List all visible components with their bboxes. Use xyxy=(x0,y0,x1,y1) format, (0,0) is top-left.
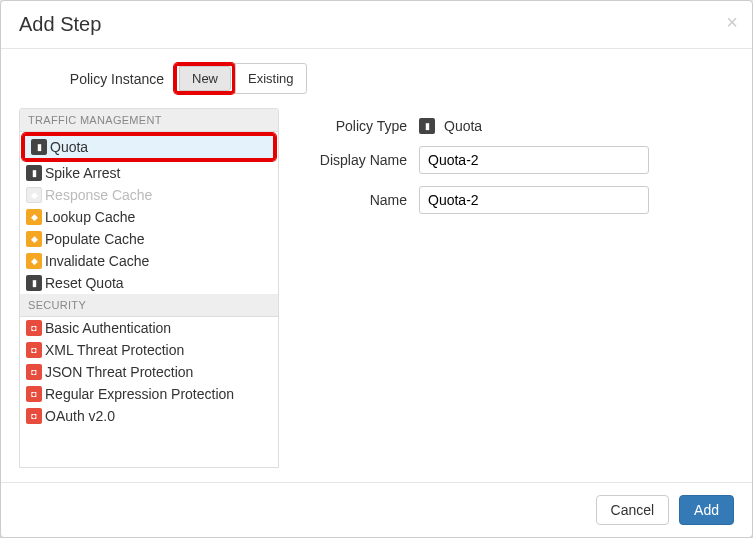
shield-icon: ◘ xyxy=(26,386,42,402)
policy-item-label: Quota xyxy=(50,139,88,155)
policy-item-label: Spike Arrest xyxy=(45,165,120,181)
cache-icon: ◆ xyxy=(26,209,42,225)
display-name-label: Display Name xyxy=(299,152,419,168)
policy-item-label: XML Threat Protection xyxy=(45,342,184,358)
display-name-input[interactable] xyxy=(419,146,649,174)
policy-item-label: Regular Expression Protection xyxy=(45,386,234,402)
policy-item-label: Invalidate Cache xyxy=(45,253,149,269)
category-security: SECURITY xyxy=(20,294,278,317)
policy-item-spike-arrest[interactable]: ▮Spike Arrest xyxy=(20,162,278,184)
shield-icon: ◘ xyxy=(26,342,42,358)
modal-header: Add Step × xyxy=(1,1,752,49)
category-traffic: TRAFFIC MANAGEMENT xyxy=(20,109,278,132)
policy-item-label: Reset Quota xyxy=(45,275,124,291)
name-row: Name xyxy=(299,186,714,214)
modal-body: Policy Instance New Existing TRAFFIC MAN… xyxy=(1,49,752,482)
cache-icon: ◆ xyxy=(26,231,42,247)
display-name-row: Display Name xyxy=(299,146,714,174)
policy-item-reset-quota[interactable]: ▮Reset Quota xyxy=(20,272,278,294)
policy-item-lookup-cache[interactable]: ◆Lookup Cache xyxy=(20,206,278,228)
modal-footer: Cancel Add xyxy=(1,482,752,537)
policy-instance-label: Policy Instance xyxy=(19,71,174,87)
content-row: TRAFFIC MANAGEMENT ▮Quota▮Spike Arrest◆R… xyxy=(19,108,734,468)
add-button[interactable]: Add xyxy=(679,495,734,525)
add-step-modal: Add Step × Policy Instance New Existing … xyxy=(0,0,753,538)
policy-type-text: Quota xyxy=(444,118,482,134)
policy-item-regular-expression-protection[interactable]: ◘Regular Expression Protection xyxy=(20,383,278,405)
policy-type-row: Policy Type ▮ Quota xyxy=(299,118,714,134)
name-label: Name xyxy=(299,192,419,208)
policy-sidebar[interactable]: TRAFFIC MANAGEMENT ▮Quota▮Spike Arrest◆R… xyxy=(19,108,279,468)
policy-details: Policy Type ▮ Quota Display Name Name xyxy=(279,108,734,468)
policy-item-xml-threat-protection[interactable]: ◘XML Threat Protection xyxy=(20,339,278,361)
policy-item-basic-authentication[interactable]: ◘Basic Authentication xyxy=(20,317,278,339)
name-input[interactable] xyxy=(419,186,649,214)
policy-item-label: OAuth v2.0 xyxy=(45,408,115,424)
policy-item-label: JSON Threat Protection xyxy=(45,364,193,380)
shield-icon: ◘ xyxy=(26,320,42,336)
policy-item-label: Response Cache xyxy=(45,187,152,203)
highlight-new: New xyxy=(174,63,235,94)
shield-icon: ◘ xyxy=(26,408,42,424)
new-button[interactable]: New xyxy=(179,66,231,91)
policy-instance-toggle: New Existing xyxy=(174,63,307,94)
close-button[interactable]: × xyxy=(726,11,738,34)
policy-item-label: Lookup Cache xyxy=(45,209,135,225)
modal-title: Add Step xyxy=(19,13,734,36)
policy-item-oauth-v2-0[interactable]: ◘OAuth v2.0 xyxy=(20,405,278,427)
policy-item-response-cache: ◆Response Cache xyxy=(20,184,278,206)
policy-instance-row: Policy Instance New Existing xyxy=(19,63,734,94)
existing-button[interactable]: Existing xyxy=(235,63,307,94)
cancel-button[interactable]: Cancel xyxy=(596,495,670,525)
policy-item-label: Basic Authentication xyxy=(45,320,171,336)
policy-item-label: Populate Cache xyxy=(45,231,145,247)
spike-icon: ▮ xyxy=(26,165,42,181)
cache-icon: ◆ xyxy=(26,253,42,269)
quota-icon: ▮ xyxy=(26,275,42,291)
policy-type-label: Policy Type xyxy=(299,118,419,134)
policy-item-quota[interactable]: ▮Quota xyxy=(25,136,273,158)
policy-item-json-threat-protection[interactable]: ◘JSON Threat Protection xyxy=(20,361,278,383)
quota-icon: ▮ xyxy=(419,118,435,134)
policy-item-populate-cache[interactable]: ◆Populate Cache xyxy=(20,228,278,250)
highlight-quota: ▮Quota xyxy=(22,133,276,161)
policy-item-invalidate-cache[interactable]: ◆Invalidate Cache xyxy=(20,250,278,272)
quota-icon: ▮ xyxy=(31,139,47,155)
cache-icon: ◆ xyxy=(26,187,42,203)
policy-type-value: ▮ Quota xyxy=(419,118,714,134)
shield-icon: ◘ xyxy=(26,364,42,380)
